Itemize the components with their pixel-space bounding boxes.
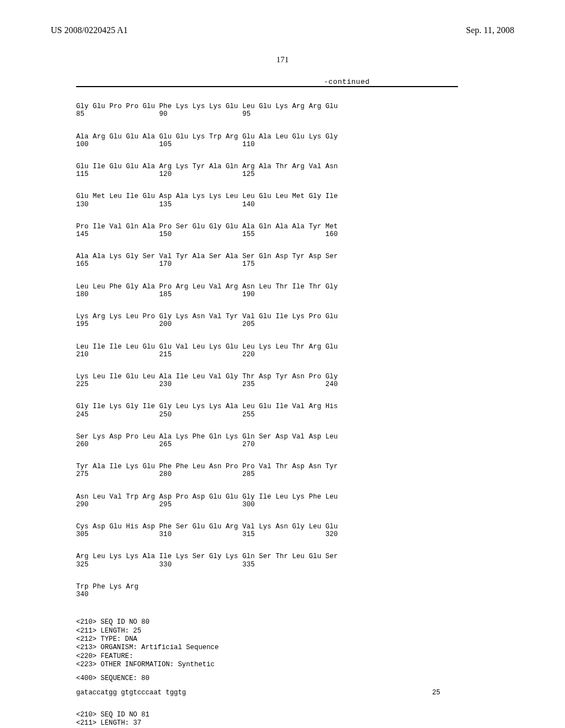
seq-header-80: <400> SEQUENCE: 80 — [76, 669, 565, 683]
publication-number: US 2008/0220425 A1 — [51, 25, 128, 35]
continued-label: -continued — [76, 78, 458, 86]
oligo-length: 25 — [432, 689, 440, 697]
protein-sequence-listing: Gly Glu Pro Pro Glu Phe Lys Lys Lys Glu … — [76, 87, 565, 613]
seq-meta-81: <210> SEQ ID NO 81 <211> LENGTH: 37 <212… — [76, 705, 565, 728]
seq-meta-80: <210> SEQ ID NO 80 <211> LENGTH: 25 <212… — [76, 613, 565, 669]
page-header: US 2008/0220425 A1 Sep. 11, 2008 — [0, 0, 565, 35]
continued-block: -continued — [76, 78, 458, 87]
oligo-sequence: gataccatgg gtgtcccaat tggtg — [76, 689, 186, 697]
oligo-80: gataccatgg gtgtcccaat tggtg 25 — [76, 689, 440, 697]
publication-date: Sep. 11, 2008 — [466, 25, 514, 35]
page-number: 171 — [0, 55, 565, 65]
